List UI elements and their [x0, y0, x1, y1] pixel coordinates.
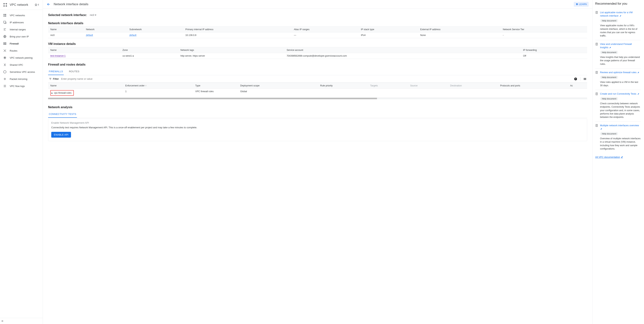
cell: None	[418, 32, 500, 38]
collapse-sidebar-icon[interactable]	[1, 320, 42, 323]
byoip-icon	[3, 35, 7, 38]
help-badge: Help document	[600, 97, 618, 100]
pin-icon[interactable]	[37, 3, 40, 6]
sidebar-item-firewall[interactable]: Firewall	[0, 40, 43, 47]
sidebar-item-internal-ranges[interactable]: Internal ranges	[0, 26, 43, 33]
learn-button[interactable]: LEARN	[574, 2, 589, 7]
all-docs-link[interactable]: All VPC documentation ⬈	[595, 156, 623, 158]
rec-item: View and understand Firewall Insights ⬈ …	[595, 40, 641, 68]
vm-details-table: Name Zone Network tags Service account I…	[48, 47, 587, 59]
cell: nic0	[48, 32, 84, 38]
filter-icon	[49, 77, 52, 80]
instance-link[interactable]: test-instance-1	[50, 54, 66, 57]
sidebar-item-flow-logs[interactable]: VPC flow logs	[0, 82, 43, 90]
col-h: External IP address	[418, 27, 500, 32]
svg-rect-19	[4, 44, 5, 45]
sidebar-item-shared-vpc[interactable]: Shared VPC	[0, 61, 43, 68]
api-desc: Connectivity test requires Network Manag…	[51, 126, 584, 129]
rec-link[interactable]: List applicable routes for a VM network …	[600, 11, 641, 17]
sidebar-item-peering[interactable]: VPC network peering	[0, 54, 43, 61]
cell	[568, 89, 587, 97]
enable-api-button[interactable]: ENABLE API	[51, 132, 71, 138]
nic-selector[interactable]: nic0 ▾	[89, 13, 97, 17]
sidebar-item-serverless[interactable]: Serverless VPC access	[0, 68, 43, 75]
help-badge: Help document	[600, 132, 618, 135]
nic-value: nic0	[90, 13, 94, 16]
col-h[interactable]: Name	[48, 83, 123, 89]
tab-firewalls[interactable]: FIREWALLS	[48, 68, 64, 75]
firewall-icon	[3, 42, 7, 45]
col-h[interactable]: Destination	[448, 83, 498, 89]
internal-ranges-icon	[3, 27, 7, 31]
cell	[408, 89, 448, 97]
sort-asc-icon: ↑	[145, 84, 146, 87]
svg-rect-17	[4, 43, 6, 44]
cell: IPv4	[359, 32, 418, 38]
table-row[interactable]: ▶ vpc-firewall-rules 1 VPC firewall rule…	[48, 89, 587, 97]
expand-arrow-icon[interactable]: ▶	[52, 92, 53, 94]
external-link-icon: ⬈	[621, 156, 623, 158]
col-h: IP stack type	[359, 27, 418, 32]
document-icon	[595, 43, 598, 46]
sidebar-item-ip-addresses[interactable]: IP addresses	[0, 19, 43, 26]
svg-rect-9	[5, 14, 6, 15]
selected-interface-label: Selected network interface:	[48, 13, 87, 17]
sidebar-nav: VPC networks IP addresses Internal range…	[0, 10, 43, 318]
svg-rect-8	[4, 14, 4, 15]
filter-label: Filter	[53, 77, 59, 80]
col-h[interactable]: Enforcement order↑	[123, 83, 193, 89]
nic-details-title: Network interface details	[48, 21, 587, 25]
nav-label: VPC networks	[10, 14, 25, 17]
rec-item: Review and optimize firewall rules ⬈ Hel…	[595, 68, 641, 90]
back-arrow-icon[interactable]	[46, 2, 51, 6]
table-row: test-instance-1 us-west1-a http-server, …	[48, 53, 587, 59]
col-h[interactable]: Rule priority	[318, 83, 368, 89]
ip-addresses-icon	[3, 20, 7, 24]
col-h[interactable]: Ac	[568, 83, 587, 89]
tab-routes[interactable]: ROUTES	[68, 68, 80, 75]
external-link-icon: ⬈	[638, 71, 639, 73]
col-h[interactable]: Source	[408, 83, 448, 89]
subnetwork-link[interactable]: default	[129, 34, 136, 37]
sidebar-item-vpc-networks[interactable]: VPC networks	[0, 12, 43, 19]
rec-link[interactable]: Create and run Connectivity Tests ⬈	[600, 92, 639, 95]
cell: -	[500, 32, 587, 38]
network-link[interactable]: default	[86, 34, 93, 37]
sidebar-item-packet-mirroring[interactable]: Packet mirroring	[0, 75, 43, 82]
sidebar-item-byoip[interactable]: Bring your own IP	[0, 33, 43, 40]
help-icon[interactable]: ?	[574, 77, 577, 81]
col-h[interactable]: Deployment scope	[238, 83, 318, 89]
cell: us-west1-a	[120, 53, 178, 59]
help-badge: Help document	[600, 19, 618, 22]
vm-details-title: VM instance details	[48, 42, 587, 46]
analysis-title: Network analysis	[48, 106, 587, 109]
svg-rect-14	[4, 42, 5, 43]
rec-link[interactable]: Review and optimize firewall rules ⬈	[600, 71, 639, 74]
filter-label-wrap: Filter	[49, 77, 59, 80]
rec-link[interactable]: Multiple network interfaces overview ⬈	[600, 124, 641, 131]
svg-rect-3	[6, 5, 7, 6]
cell: —	[292, 32, 359, 38]
col-h[interactable]: Targets	[368, 83, 408, 89]
tab-connectivity-tests[interactable]: CONNECTIVITY TESTS	[48, 111, 77, 118]
rec-desc: View insights that help you understand t…	[600, 55, 641, 65]
selected-interface-row: Selected network interface: nic0 ▾	[48, 13, 587, 17]
help-badge: Help document	[600, 51, 618, 54]
sidebar: VPC network VPC networks IP addresses In…	[0, 0, 43, 324]
col-h[interactable]: Type	[193, 83, 238, 89]
document-icon	[595, 71, 598, 74]
analysis-box: Enable Network Management API Connectivi…	[48, 119, 587, 141]
rec-link[interactable]: View and understand Firewall Insights ⬈	[600, 42, 641, 49]
horizontal-scrollbar[interactable]	[48, 98, 587, 99]
rule-name: vpc-firewall-rules	[54, 92, 72, 94]
document-icon	[595, 11, 598, 14]
columns-icon[interactable]	[584, 77, 586, 80]
document-icon	[595, 124, 598, 127]
vpc-networks-icon	[3, 13, 7, 17]
rec-item: List applicable routes for a VM network …	[595, 8, 641, 40]
svg-text:?: ?	[575, 78, 576, 80]
sidebar-item-routes[interactable]: Routes	[0, 47, 43, 54]
external-link-icon: ⬈	[638, 93, 639, 95]
col-h[interactable]: Protocols and ports	[498, 83, 568, 89]
filter-input[interactable]	[60, 77, 572, 81]
